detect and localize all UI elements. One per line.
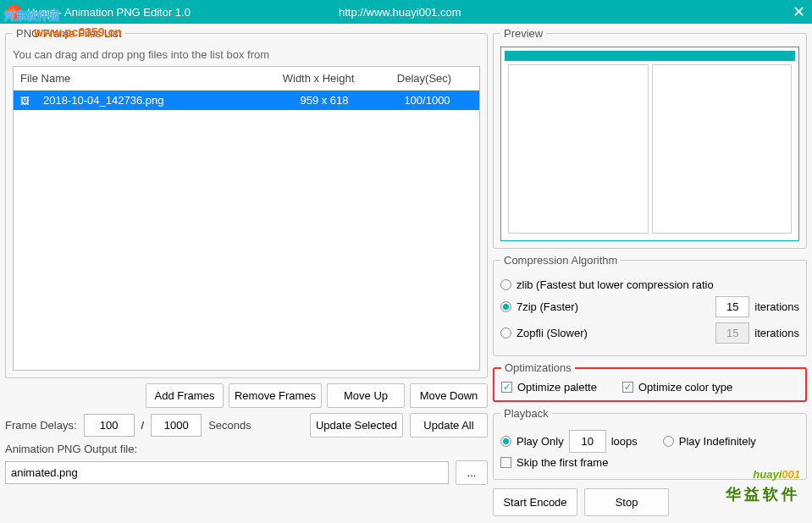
frame-list-group: PNG Frame Files List You can drag and dr… — [5, 27, 488, 378]
move-up-button[interactable]: Move Up — [327, 383, 405, 408]
frame-delays-label: Frame Delays: — [5, 419, 77, 432]
optimize-colortype-label: Optimize color type — [638, 381, 732, 394]
drag-hint: You can drag and drop png files into the… — [13, 48, 480, 61]
play-indefinitely-radio[interactable] — [663, 436, 674, 447]
update-all-button[interactable]: Update All — [410, 413, 488, 438]
compression-group: Compression Algorithm zlib (Fastest but … — [493, 254, 807, 356]
row-delay: 100/1000 — [375, 91, 479, 110]
app-icon — [7, 4, 22, 19]
update-selected-button[interactable]: Update Selected — [310, 413, 403, 438]
delay-numerator-input[interactable] — [84, 414, 135, 437]
frame-list-legend: PNG Frame Files List — [13, 27, 124, 40]
preview-group: Preview — [493, 27, 807, 249]
frame-listbox[interactable]: File Name Width x Height Delay(Sec) 🖼 20… — [13, 66, 480, 371]
play-only-label: Play Only — [516, 435, 564, 448]
optimize-colortype-checkbox[interactable] — [622, 382, 633, 393]
skip-first-frame-checkbox[interactable] — [500, 457, 511, 468]
output-file-label: Animation PNG Output file: — [5, 443, 488, 455]
optimize-palette-checkbox[interactable] — [501, 382, 512, 393]
remove-frames-button[interactable]: Remove Frames — [229, 383, 322, 408]
zopfli-radio[interactable] — [500, 328, 511, 339]
window-title: Huayi - Animation PNG Editor 1.0 — [27, 6, 191, 19]
titlebar-url: http://www.huayi001.com — [339, 6, 461, 19]
output-file-input[interactable] — [5, 461, 449, 484]
skip-first-frame-label: Skip the first frame — [516, 456, 608, 469]
optimizations-legend: Optimizations — [501, 361, 575, 374]
optimize-palette-label: Optimize palette — [517, 381, 597, 394]
loops-label: loops — [611, 435, 638, 448]
play-only-radio[interactable] — [500, 436, 511, 447]
slash-label: / — [141, 419, 145, 432]
zopfli-iterations-input — [715, 322, 749, 344]
row-dimensions: 812 x 523 — [273, 91, 375, 110]
zlib-radio[interactable] — [500, 279, 511, 290]
row-filename: 2018-10-04_142736.png — [36, 91, 273, 110]
playback-legend: Playback — [500, 407, 552, 420]
iterations-label-2: iterations — [754, 327, 799, 339]
zopfli-label: Zopfli (Slower) — [516, 327, 588, 339]
seconds-label: Seconds — [208, 419, 251, 432]
7zip-iterations-input[interactable] — [715, 296, 749, 317]
7zip-label: 7zip (Faster) — [516, 300, 578, 313]
browse-button[interactable]: ... — [456, 460, 488, 485]
preview-legend: Preview — [500, 27, 546, 40]
zlib-label: zlib (Fastest but lower compression rati… — [516, 278, 714, 291]
loops-input[interactable] — [569, 430, 606, 453]
optimizations-group: Optimizations Optimize palette Optimize … — [493, 361, 807, 402]
list-header: File Name Width x Height Delay(Sec) — [14, 67, 479, 91]
col-dimensions[interactable]: Width x Height — [268, 67, 369, 90]
play-indefinitely-label: Play Indefinitely — [679, 435, 756, 448]
iterations-label-1: iterations — [754, 300, 799, 313]
add-frames-button[interactable]: Add Frames — [146, 383, 224, 408]
table-row[interactable]: 🖼 2018-10-04_142736.png 812 x 523 100/10… — [14, 91, 479, 110]
col-filename[interactable]: File Name — [14, 67, 268, 90]
playback-group: Playback Play Only loops Play Indefinite… — [493, 407, 807, 480]
delay-denominator-input[interactable] — [151, 414, 202, 437]
start-encode-button[interactable]: Start Encode — [493, 488, 577, 516]
col-delay[interactable]: Delay(Sec) — [369, 67, 479, 90]
compression-legend: Compression Algorithm — [500, 254, 621, 267]
file-icon: 🖼 — [14, 92, 36, 109]
preview-image — [500, 47, 799, 241]
move-down-button[interactable]: Move Down — [410, 383, 488, 408]
7zip-radio[interactable] — [500, 301, 511, 312]
close-icon[interactable]: ✕ — [793, 3, 805, 21]
stop-button[interactable]: Stop — [584, 488, 669, 516]
